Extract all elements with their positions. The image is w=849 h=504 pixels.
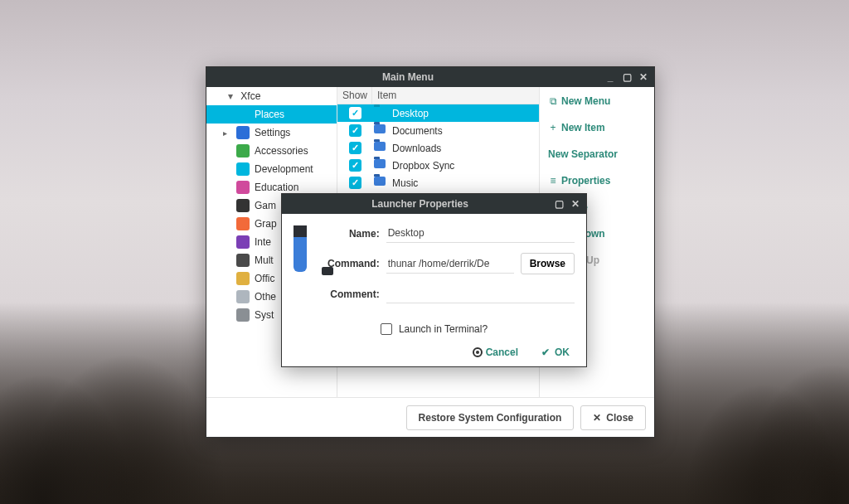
show-checkbox[interactable]: ✓	[349, 107, 361, 119]
places-icon	[236, 108, 250, 121]
show-checkbox[interactable]: ✓	[349, 124, 361, 137]
list-icon: ≡	[548, 175, 558, 187]
internet-icon	[236, 235, 250, 249]
tree-item-label: Education	[255, 182, 298, 193]
dialog-title: Launcher Properties	[287, 198, 553, 210]
cancel-dot-icon	[473, 347, 483, 357]
development-icon	[236, 162, 250, 176]
main-menu-titlebar[interactable]: Main Menu _ ▢ ✕	[206, 67, 654, 87]
launch-terminal-label: Launch in Terminal?	[399, 323, 488, 335]
tree-item-label: Offic	[255, 273, 274, 284]
settings-icon	[236, 126, 250, 139]
folder-icon	[374, 124, 386, 133]
dialog-maximize-icon[interactable]: ▢	[553, 198, 565, 210]
ok-button[interactable]: ✔OK	[541, 346, 570, 358]
properties-action[interactable]: ≡Properties	[545, 173, 649, 188]
graphics-icon	[236, 217, 250, 230]
item-row-documents[interactable]: ✓Documents	[337, 122, 539, 139]
other-icon	[236, 290, 250, 303]
minimize-icon[interactable]: _	[604, 71, 616, 83]
folder-icon	[374, 177, 386, 186]
comment-input[interactable]	[386, 284, 575, 303]
tree-item-label: Accessories	[255, 145, 308, 157]
folder-icon	[374, 159, 386, 168]
multimedia-icon	[236, 254, 250, 267]
tree-item-label: Settings	[255, 127, 290, 138]
tree-item-label: Othe	[255, 291, 276, 303]
name-input[interactable]	[386, 224, 575, 243]
item-label: Dropbox Sync	[392, 160, 454, 172]
close-icon[interactable]: ✕	[638, 71, 649, 83]
tree-root[interactable]: ▾ Xfce	[206, 87, 337, 105]
dialog-titlebar[interactable]: Launcher Properties ▢ ✕	[282, 194, 586, 214]
tree-item-places[interactable]: Places	[206, 105, 337, 124]
item-label: Desktop	[392, 108, 429, 119]
show-checkbox[interactable]: ✓	[349, 142, 361, 154]
browse-button[interactable]: Browse	[521, 253, 575, 274]
item-row-downloads[interactable]: ✓Downloads	[337, 139, 539, 157]
accessories-icon	[236, 144, 250, 158]
tree-item-label: Inte	[255, 236, 271, 248]
tree-item-development[interactable]: Development	[206, 160, 337, 178]
dialog-close-icon[interactable]: ✕	[570, 198, 581, 210]
main-menu-title: Main Menu	[211, 71, 604, 83]
items-header: Show Item	[337, 87, 539, 104]
new-item-action[interactable]: +New Item	[545, 120, 649, 135]
item-label: Documents	[392, 125, 443, 137]
chevron-right-icon: ▸	[223, 128, 227, 138]
restore-config-button[interactable]: Restore System Configuration	[406, 405, 575, 430]
cancel-button[interactable]: Cancel	[473, 346, 518, 358]
chevron-down-icon: ▾	[226, 90, 235, 102]
item-label: Downloads	[392, 143, 441, 154]
launcher-icon[interactable]	[294, 225, 307, 272]
plus-icon: +	[548, 122, 558, 133]
folder-icon	[374, 107, 386, 116]
new-menu-action[interactable]: ⧉New Menu	[545, 94, 649, 109]
name-label: Name:	[318, 228, 386, 240]
system-icon	[236, 308, 250, 322]
folder-icon	[374, 142, 386, 151]
show-checkbox[interactable]: ✓	[349, 177, 361, 189]
education-icon	[236, 181, 250, 194]
tree-item-label: Gam	[255, 200, 276, 211]
tree-item-label: Development	[255, 163, 313, 175]
show-checkbox[interactable]: ✓	[349, 159, 361, 172]
office-icon	[236, 272, 250, 285]
item-row-dropbox[interactable]: ✓Dropbox Sync	[337, 157, 539, 174]
launcher-properties-dialog: Launcher Properties ▢ ✕ Name: Command: B…	[281, 193, 587, 367]
maximize-icon[interactable]: ▢	[621, 71, 633, 83]
new-separator-action[interactable]: New Separator	[545, 147, 649, 162]
item-row-music[interactable]: ✓Music	[337, 174, 539, 191]
item-label: Music	[392, 177, 418, 189]
tree-item-accessories[interactable]: Accessories	[206, 142, 337, 160]
tree-item-label: Syst	[255, 309, 274, 321]
tree-item-label: Places	[255, 109, 284, 120]
launch-terminal-checkbox[interactable]	[381, 323, 392, 335]
plus-box-icon: ⧉	[548, 95, 558, 107]
tree-item-settings[interactable]: ▸Settings	[206, 124, 337, 142]
games-icon	[236, 199, 250, 212]
check-icon: ✔	[541, 346, 551, 358]
main-menu-footer: Restore System Configuration ✕Close	[206, 397, 654, 437]
tree-item-label: Mult	[255, 254, 274, 266]
tree-item-label: Grap	[255, 218, 277, 230]
close-x-icon: ✕	[593, 412, 601, 424]
item-row-desktop[interactable]: ✓Desktop	[337, 104, 539, 122]
close-button[interactable]: ✕Close	[580, 405, 646, 430]
comment-label: Comment:	[318, 288, 386, 300]
command-input[interactable]	[386, 254, 514, 274]
